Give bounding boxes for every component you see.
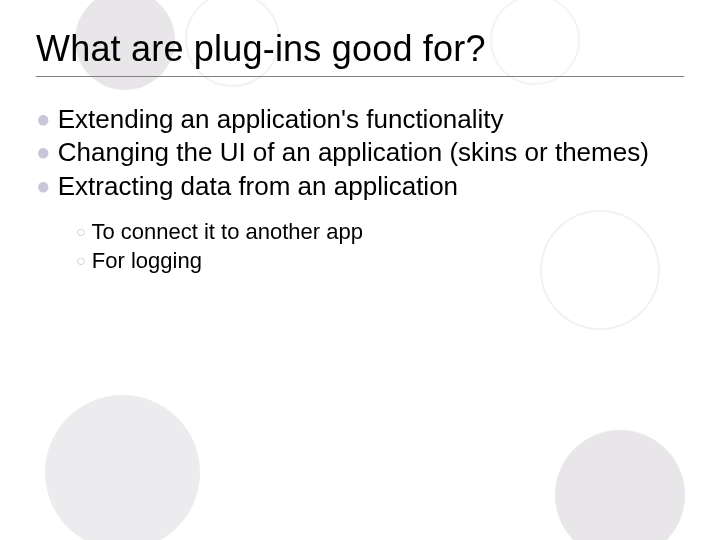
list-item: ○ For logging (76, 246, 684, 276)
bullet-list: ● Extending an application's functionali… (36, 103, 684, 276)
bullet-text: Extracting data from an application (58, 171, 458, 201)
slide-content: What are plug-ins good for? ● Extending … (0, 0, 720, 276)
list-item: ● Extending an application's functionali… (36, 103, 684, 136)
sub-bullet-text: For logging (92, 248, 202, 273)
sub-bullet-list: ○ To connect it to another app ○ For log… (76, 217, 684, 276)
title-underline (36, 76, 684, 77)
decorative-circle (555, 430, 685, 540)
list-item: ● Changing the UI of an application (ski… (36, 136, 684, 169)
bullet-ring-icon: ○ (76, 223, 86, 240)
bullet-dot-icon: ● (36, 105, 51, 132)
decorative-circle (45, 395, 200, 540)
slide-title: What are plug-ins good for? (36, 28, 684, 70)
list-item: ● Extracting data from an application (36, 170, 684, 203)
bullet-dot-icon: ● (36, 172, 51, 199)
bullet-dot-icon: ● (36, 138, 51, 165)
list-item: ○ To connect it to another app (76, 217, 684, 247)
sub-bullet-text: To connect it to another app (91, 219, 363, 244)
bullet-text: Changing the UI of an application (skins… (58, 137, 649, 167)
bullet-text: Extending an application's functionality (58, 104, 504, 134)
bullet-ring-icon: ○ (76, 252, 86, 269)
